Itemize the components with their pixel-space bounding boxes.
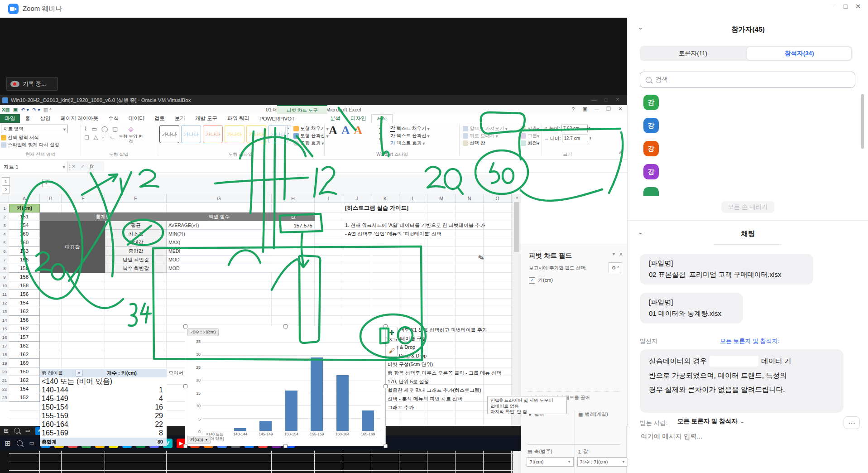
row-header[interactable]: 6 xyxy=(0,247,9,256)
data-cell[interactable]: 160 xyxy=(9,230,40,238)
column-header[interactable]: A xyxy=(9,194,40,203)
column-header[interactable]: L xyxy=(399,194,427,203)
wordart-style-swatch[interactable]: A xyxy=(354,124,363,137)
row-header[interactable]: 10 xyxy=(0,281,9,290)
axis-field-chip[interactable]: 키(cm)▼ xyxy=(527,457,574,467)
participant-search-input[interactable]: 검색 xyxy=(640,72,855,88)
select-all-corner[interactable] xyxy=(0,194,9,203)
close-button[interactable]: ✕ xyxy=(852,3,864,10)
text-effects-button[interactable]: 가텍스트 효과▾ xyxy=(390,140,425,146)
row-header[interactable]: 5 xyxy=(0,238,9,247)
pivot-bucket-cell[interactable]: <140 또는 (비어 있음) xyxy=(40,377,105,386)
pivot-count-cell[interactable]: 22 xyxy=(105,420,167,429)
row-header[interactable]: 22 xyxy=(0,385,9,393)
vm-close-button[interactable]: ✕ xyxy=(612,97,623,102)
data-cell[interactable]: 160 xyxy=(9,238,40,247)
tab-attendees[interactable]: 참석자(34) xyxy=(746,46,853,61)
data-cell[interactable]: 162 xyxy=(9,324,40,333)
column-header[interactable]: D xyxy=(40,194,62,203)
pivot-total-value[interactable]: 80 xyxy=(105,438,167,446)
stat-label-cell[interactable]: 최소값 xyxy=(105,230,167,238)
tab-format-active[interactable]: 서식 xyxy=(371,114,393,123)
reset-style-button[interactable]: 스타일에 맞게 다시 설정 xyxy=(1,141,59,148)
chart-field-button[interactable]: 개수 : 키(cm) xyxy=(187,328,219,336)
data-cell[interactable]: 169 xyxy=(9,359,40,367)
outline-level-1-button[interactable]: 1 xyxy=(2,177,10,185)
stat-label-cell[interactable]: 중앙값 xyxy=(105,247,167,256)
chat-message-input[interactable] xyxy=(640,432,850,440)
column-header[interactable]: I xyxy=(315,194,343,203)
data-cell[interactable]: 152 xyxy=(9,393,40,402)
rotate-button[interactable]: 회전▾ xyxy=(521,140,539,146)
shape-style-swatch[interactable]: 가나다 xyxy=(203,125,223,143)
column-header[interactable]: M xyxy=(427,194,456,203)
chart-add-element-button[interactable]: ✚ xyxy=(386,327,398,338)
align-button[interactable]: 맞춤▾ xyxy=(521,125,539,132)
ribbon-context-tab[interactable]: 디자인 xyxy=(345,114,371,123)
chart-style-brush-button[interactable]: 🖌 xyxy=(386,345,398,357)
lower-all-hands-button[interactable]: 모든 손 내리기 xyxy=(721,201,774,213)
cancel-icon[interactable]: ✕ xyxy=(72,164,76,169)
data-cell[interactable]: 163 xyxy=(9,247,40,256)
insert-shapes-icons[interactable]: ⌇ ▭ ◯ ▢ xyxy=(84,125,119,132)
participants-scrollbar[interactable] xyxy=(861,94,864,149)
row-header[interactable]: 17 xyxy=(0,342,9,350)
column-header[interactable]: N xyxy=(456,194,484,203)
participant-avatar[interactable]: 강 xyxy=(643,118,659,133)
text-outline-button[interactable]: 가텍스트 윤곽선▾ xyxy=(390,132,430,139)
data-cell[interactable]: 154 xyxy=(9,299,40,307)
participant-avatar[interactable]: 강 xyxy=(643,164,659,179)
ribbon-collapse-icon[interactable]: ∧ xyxy=(619,150,622,155)
pivot-chart[interactable]: 개수 : 키(cm) 35302520151050 <140 또는(비어 있음)… xyxy=(185,326,386,446)
tab-file[interactable]: 파일 xyxy=(0,114,20,123)
stat-formula-cell[interactable]: MOD xyxy=(167,256,272,264)
pivot-filter-dropdown-icon[interactable]: ▼ xyxy=(76,370,82,376)
row-header[interactable]: 12 xyxy=(0,299,9,307)
vm-taskview-icon[interactable]: ▭ xyxy=(25,428,30,434)
change-shape-button[interactable]: ⬙ 도형 모양 변경 xyxy=(117,125,145,144)
column-header[interactable]: O xyxy=(484,194,512,203)
ribbon-tab[interactable]: 페이지 레이아웃 xyxy=(56,114,104,123)
width-input[interactable]: 12.7 cm xyxy=(562,135,588,142)
chat-message-file-1[interactable]: [파일명] 02 표본실험_프리미엄 고객 구매데이터.xlsx xyxy=(640,254,813,285)
name-box[interactable]: 차트 1▾ xyxy=(0,161,67,172)
column-header[interactable]: F xyxy=(105,194,167,203)
stat-formula-cell[interactable]: AVERAGE(키) xyxy=(167,221,272,230)
host-search-icon[interactable] xyxy=(17,440,23,446)
wordart-style-swatch[interactable]: A xyxy=(329,124,337,137)
chat-more-button[interactable]: ⋯ xyxy=(844,416,860,429)
outline-expand-button[interactable]: + xyxy=(42,179,50,187)
formula-input[interactable] xyxy=(104,161,627,172)
ribbon-tab[interactable]: 개발 도구 xyxy=(190,114,222,123)
checkbox-checked-icon[interactable]: ✓ xyxy=(529,277,535,284)
row-header[interactable]: 9 xyxy=(0,273,9,281)
data-cell[interactable]: 158 xyxy=(9,273,40,281)
row-header[interactable]: 14 xyxy=(0,316,9,324)
ribbon-tab[interactable]: 파워 쿼리 xyxy=(222,114,254,123)
stat-label-cell[interactable]: 복수 최빈값 xyxy=(105,264,167,273)
vm-start-button[interactable]: ⊞ xyxy=(4,427,9,434)
sender-audience-link[interactable]: 모든 토론자 및 참석자: xyxy=(720,337,779,345)
histogram-bar[interactable] xyxy=(259,421,272,431)
pivot-bucket-cell[interactable]: 150-154 xyxy=(40,403,105,412)
height-input[interactable]: 7.62 cm xyxy=(561,125,588,132)
vm-minimize-button[interactable]: — xyxy=(588,97,600,102)
shape-style-swatch[interactable]: 가나다 xyxy=(159,125,179,143)
row-header[interactable]: 1 xyxy=(0,204,9,212)
pivot-count-cell[interactable]: 1 xyxy=(105,386,167,395)
pivot-count-cell[interactable]: 29 xyxy=(105,412,167,420)
send-to-selector[interactable]: 모든 토론자 및 참석자 ⌄ xyxy=(677,417,744,425)
data-cell[interactable]: 157 xyxy=(9,333,40,342)
data-cell[interactable]: 154 xyxy=(9,385,40,393)
row-header[interactable]: 2 xyxy=(0,212,9,221)
shape-style-swatch[interactable]: 가나다 xyxy=(181,125,201,143)
pivot-bucket-cell[interactable]: 140-144 xyxy=(40,386,105,395)
wordart-style-swatch[interactable]: A xyxy=(341,124,350,137)
values-field-chip[interactable]: 개수 : 키(cm)▼ xyxy=(577,457,627,467)
enter-icon[interactable]: ✓ xyxy=(81,164,85,169)
ribbon-context-tab[interactable]: 분석 xyxy=(325,114,345,123)
average-value-cell[interactable]: 157.575 xyxy=(272,221,312,230)
pivot-count-cell[interactable]: 16 xyxy=(105,403,167,412)
pivot-count-cell[interactable]: 8 xyxy=(105,429,167,438)
vm-maximize-button[interactable]: □ xyxy=(600,97,612,102)
